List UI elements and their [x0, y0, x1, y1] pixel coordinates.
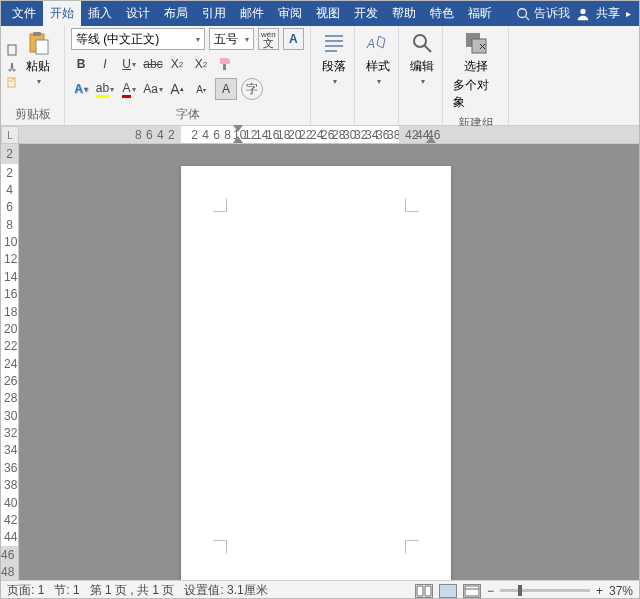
svg-point-2: [580, 8, 585, 13]
zoom-slider[interactable]: [500, 589, 590, 592]
tab-引用[interactable]: 引用: [195, 1, 233, 26]
first-line-indent[interactable]: [233, 125, 243, 132]
page[interactable]: [181, 166, 451, 580]
tab-布局[interactable]: 布局: [157, 1, 195, 26]
svg-rect-7: [36, 40, 48, 54]
share-button[interactable]: 共享: [596, 5, 620, 22]
tab-bar: 文件开始插入设计布局引用邮件审阅视图开发帮助特色福昕 告诉我 共享 ▸: [1, 1, 639, 26]
group-label-clipboard: 剪贴板: [7, 104, 58, 125]
font-size-select[interactable]: 五号▾: [209, 28, 253, 50]
italic-button[interactable]: I: [95, 54, 115, 74]
user-icon: [576, 7, 590, 21]
margin-corner: [213, 540, 227, 554]
print-layout-button[interactable]: [439, 584, 457, 598]
tab-开始[interactable]: 开始: [43, 1, 81, 26]
shrink-font-button[interactable]: A▾: [191, 79, 211, 99]
status-pages[interactable]: 第 1 页 , 共 1 页: [90, 582, 175, 599]
tab-设计[interactable]: 设计: [119, 1, 157, 26]
read-mode-button[interactable]: [415, 584, 433, 598]
status-section[interactable]: 节: 1: [54, 582, 79, 599]
group-label-font: 字体: [71, 104, 304, 125]
highlight-button[interactable]: ab▾: [95, 79, 115, 99]
tab-插入[interactable]: 插入: [81, 1, 119, 26]
svg-line-1: [526, 16, 530, 20]
tab-文件[interactable]: 文件: [5, 1, 43, 26]
margin-corner: [405, 540, 419, 554]
text-effects-button[interactable]: A▾: [71, 79, 91, 99]
styles-button[interactable]: A 样式▾: [361, 28, 395, 107]
font-color-button[interactable]: A▾: [119, 79, 139, 99]
editing-button[interactable]: 编辑▾: [405, 28, 439, 107]
document-area[interactable]: 2 24681012141618202224262830323436384042…: [1, 144, 639, 580]
svg-rect-8: [223, 64, 226, 70]
bold-button[interactable]: B: [71, 54, 91, 74]
margin-corner: [213, 198, 227, 212]
status-page[interactable]: 页面: 1: [7, 582, 44, 599]
format-painter-button[interactable]: [215, 54, 235, 74]
underline-button[interactable]: U▾: [119, 54, 139, 74]
char-border-button[interactable]: A: [283, 28, 304, 50]
superscript-button[interactable]: X2: [191, 54, 211, 74]
char-shading-button[interactable]: A: [215, 78, 237, 100]
enclose-char-button[interactable]: 字: [241, 78, 263, 100]
svg-rect-17: [472, 39, 486, 53]
cut-copy-icons[interactable]: [7, 43, 17, 89]
search-placeholder: 告诉我: [534, 5, 570, 22]
subscript-button[interactable]: X2: [167, 54, 187, 74]
tab-selector[interactable]: L: [1, 126, 19, 144]
hanging-indent[interactable]: [233, 136, 243, 143]
tab-视图[interactable]: 视图: [309, 1, 347, 26]
zoom-out-button[interactable]: −: [487, 584, 494, 598]
right-indent[interactable]: [426, 136, 436, 143]
svg-rect-3: [8, 45, 16, 55]
font-name-select[interactable]: 等线 (中文正文)▾: [71, 28, 205, 50]
select-multiple-button[interactable]: 选择 多个对象: [449, 28, 502, 113]
change-case-button[interactable]: Aa▾: [143, 79, 163, 99]
svg-rect-4: [8, 78, 15, 87]
paste-button[interactable]: 粘贴 ▾: [21, 28, 55, 104]
strike-button[interactable]: abc: [143, 54, 163, 74]
paragraph-button[interactable]: 段落▾: [317, 28, 351, 107]
ribbon: 粘贴 ▾ 剪贴板 等线 (中文正文)▾ 五号▾ wén文 A B I U▾ ab…: [1, 26, 639, 126]
horizontal-ruler[interactable]: L 8642 246810121416182022242628303234363…: [19, 126, 639, 144]
tab-福昕[interactable]: 福昕: [461, 1, 499, 26]
ribbon-expand-icon[interactable]: ▸: [626, 8, 631, 19]
zoom-in-button[interactable]: +: [596, 584, 603, 598]
web-layout-button[interactable]: [463, 584, 481, 598]
tell-me-search[interactable]: 告诉我: [516, 5, 570, 22]
margin-corner: [405, 198, 419, 212]
svg-text:A: A: [366, 37, 375, 51]
svg-line-15: [424, 45, 431, 52]
svg-rect-6: [33, 32, 41, 36]
tab-特色[interactable]: 特色: [423, 1, 461, 26]
tab-开发[interactable]: 开发: [347, 1, 385, 26]
tab-审阅[interactable]: 审阅: [271, 1, 309, 26]
zoom-level[interactable]: 37%: [609, 584, 633, 598]
tab-邮件[interactable]: 邮件: [233, 1, 271, 26]
grow-font-button[interactable]: A▴: [167, 79, 187, 99]
svg-point-0: [518, 8, 527, 17]
chevron-down-icon: ▾: [37, 77, 41, 86]
status-bar: 页面: 1 节: 1 第 1 页 , 共 1 页 设置值: 3.1厘米 − + …: [1, 580, 639, 599]
svg-rect-18: [465, 586, 479, 596]
tab-帮助[interactable]: 帮助: [385, 1, 423, 26]
phonetic-guide-button[interactable]: wén文: [258, 28, 279, 50]
vertical-ruler[interactable]: 2 24681012141618202224262830323436384042…: [1, 144, 19, 580]
status-setting[interactable]: 设置值: 3.1厘米: [184, 582, 267, 599]
